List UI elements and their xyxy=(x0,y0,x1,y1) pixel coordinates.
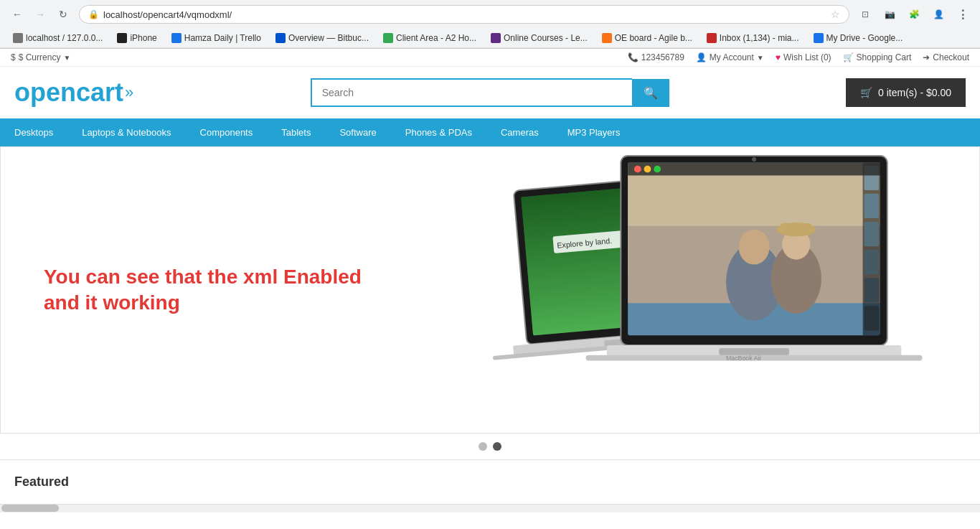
svg-point-34 xyxy=(644,166,651,173)
bookmark-favicon xyxy=(171,33,182,43)
bookmark-label: My Drive - Google... xyxy=(826,33,903,43)
featured-title: Featured xyxy=(14,474,966,490)
cart-button[interactable]: 🛒 0 item(s) - $0.00 xyxy=(846,78,966,107)
bookmark-label: Hamza Daily | Trello xyxy=(184,33,261,43)
bookmark-label: Overview — Bitbuc... xyxy=(288,33,369,43)
hero-image: Explore by land. xyxy=(446,169,936,411)
search-input[interactable] xyxy=(311,78,632,107)
checkout-arrow-icon: ➜ xyxy=(923,52,930,62)
shopping-cart-label: Shopping Cart xyxy=(857,52,912,62)
laptops-svg: Explore by land. xyxy=(446,153,936,411)
nav-item-mp3[interactable]: MP3 Players xyxy=(553,118,635,146)
svg-rect-29 xyxy=(864,250,879,274)
nav-link-laptops[interactable]: Laptops & Notebooks xyxy=(67,118,185,146)
nav-link-cameras[interactable]: Cameras xyxy=(486,118,553,146)
nav-item-tablets[interactable]: Tablets xyxy=(267,118,325,146)
bookmark-favicon xyxy=(707,33,717,43)
search-button[interactable]: 🔍 xyxy=(632,79,669,107)
cart-icon: 🛒 xyxy=(860,87,872,98)
svg-point-35 xyxy=(654,166,661,173)
back-button[interactable]: ← xyxy=(7,4,27,24)
nav-item-phones[interactable]: Phones & PDAs xyxy=(391,118,486,146)
slider-dot-2[interactable] xyxy=(493,442,501,451)
currency-dropdown-arrow: ▼ xyxy=(63,54,70,62)
slider-dot-1[interactable] xyxy=(479,442,487,451)
nav-item-components[interactable]: Components xyxy=(186,118,268,146)
user-icon: 👤 xyxy=(696,52,707,62)
search-container: 🔍 xyxy=(311,78,669,107)
nav-buttons: ← → ↻ xyxy=(7,4,73,24)
refresh-button[interactable]: ↻ xyxy=(53,4,73,24)
hero-text: You can see that the xml Enabled and it … xyxy=(44,264,446,317)
bookmark-favicon xyxy=(602,33,612,43)
bookmark-label: Client Area - A2 Ho... xyxy=(396,33,476,43)
lock-icon: 🔒 xyxy=(88,9,99,19)
screenshot-button[interactable]: 📷 xyxy=(880,4,900,24)
bookmark-label: localhost / 127.0.0... xyxy=(26,33,103,43)
profile-button[interactable]: 👤 xyxy=(928,4,948,24)
hero-content: You can see that the xml Enabled and it … xyxy=(1,147,979,433)
browser-actions: ⊡ 📷 🧩 👤 ⋮ xyxy=(855,4,973,24)
hero-banner: You can see that the xml Enabled and it … xyxy=(0,146,980,434)
nav-link-phones[interactable]: Phones & PDAs xyxy=(391,118,486,146)
phone-link[interactable]: 📞 123456789 xyxy=(628,52,684,62)
logo-arrow-icon: » xyxy=(125,83,133,102)
cast-button[interactable]: ⊡ xyxy=(855,4,875,24)
utility-right: 📞 123456789 👤 My Account ▼ ♥ Wish List (… xyxy=(628,52,969,62)
bookmark-favicon xyxy=(491,33,501,43)
shopping-cart-icon: 🛒 xyxy=(843,52,854,62)
bookmark-drive[interactable]: My Drive - Google... xyxy=(808,31,909,45)
utility-bar: $ $ Currency ▼ 📞 123456789 👤 My Account … xyxy=(0,49,980,67)
bookmark-courses[interactable]: Online Courses - Le... xyxy=(485,31,593,45)
logo-text: opencart xyxy=(14,78,123,108)
shopping-cart-link[interactable]: 🛒 Shopping Cart xyxy=(843,52,912,62)
navigation: Desktops Laptops & Notebooks Components … xyxy=(0,118,980,146)
bookmark-oe-board[interactable]: OE board - Agile b... xyxy=(596,31,698,45)
address-bar: 🔒 ☆ xyxy=(79,5,849,24)
nav-link-tablets[interactable]: Tablets xyxy=(267,118,325,146)
nav-item-laptops[interactable]: Laptops & Notebooks xyxy=(67,118,185,146)
hero-title-line1: You can see that the xml Enabled xyxy=(44,264,446,290)
nav-link-mp3[interactable]: MP3 Players xyxy=(553,118,635,146)
wish-list-link[interactable]: ♥ Wish List (0) xyxy=(776,52,831,62)
menu-button[interactable]: ⋮ xyxy=(953,4,973,24)
bookmark-label: OE board - Agile b... xyxy=(615,33,692,43)
url-input[interactable] xyxy=(103,9,826,20)
bookmark-label: iPhone xyxy=(130,33,156,43)
bookmark-trello[interactable]: Hamza Daily | Trello xyxy=(166,31,267,45)
logo[interactable]: opencart » xyxy=(14,78,133,108)
bookmark-localhost[interactable]: localhost / 127.0.0... xyxy=(7,31,108,45)
nav-item-software[interactable]: Software xyxy=(325,118,390,146)
utility-left: $ $ Currency ▼ xyxy=(11,52,70,62)
featured-section: Featured xyxy=(0,460,980,504)
phone-number: 123456789 xyxy=(641,52,684,62)
nav-list: Desktops Laptops & Notebooks Components … xyxy=(0,118,980,146)
header: opencart » 🔍 🛒 0 item(s) - $0.00 xyxy=(0,67,980,118)
bookmarks-bar: localhost / 127.0.0... iPhone Hamza Dail… xyxy=(0,29,980,48)
scrollbar-thumb[interactable] xyxy=(1,505,59,512)
svg-rect-32 xyxy=(628,163,880,176)
checkout-link[interactable]: ➜ Checkout xyxy=(923,52,969,62)
nav-item-desktops[interactable]: Desktops xyxy=(0,118,67,146)
nav-link-components[interactable]: Components xyxy=(186,118,268,146)
svg-text:MacBook Air: MacBook Air xyxy=(726,355,761,362)
svg-point-33 xyxy=(634,166,641,173)
bookmark-iphone[interactable]: iPhone xyxy=(111,31,162,45)
extensions-button[interactable]: 🧩 xyxy=(904,4,924,24)
bookmark-bitbucket[interactable]: Overview — Bitbuc... xyxy=(270,31,374,45)
hero-title-line2: and it working xyxy=(44,290,446,316)
svg-rect-23 xyxy=(781,223,811,232)
forward-button[interactable]: → xyxy=(30,4,50,24)
my-account-label: My Account xyxy=(710,52,754,62)
nav-link-desktops[interactable]: Desktops xyxy=(0,118,67,146)
nav-item-cameras[interactable]: Cameras xyxy=(486,118,553,146)
horizontal-scrollbar[interactable] xyxy=(0,504,980,512)
nav-link-software[interactable]: Software xyxy=(325,118,390,146)
bookmark-inbox[interactable]: Inbox (1,134) - mia... xyxy=(701,31,805,45)
bookmark-label: Inbox (1,134) - mia... xyxy=(720,33,799,43)
bookmark-star-icon[interactable]: ☆ xyxy=(831,9,840,20)
currency-label[interactable]: $ Currency xyxy=(19,52,61,62)
my-account-link[interactable]: 👤 My Account ▼ xyxy=(696,52,764,62)
svg-rect-30 xyxy=(864,278,879,302)
bookmark-a2hosting[interactable]: Client Area - A2 Ho... xyxy=(377,31,482,45)
